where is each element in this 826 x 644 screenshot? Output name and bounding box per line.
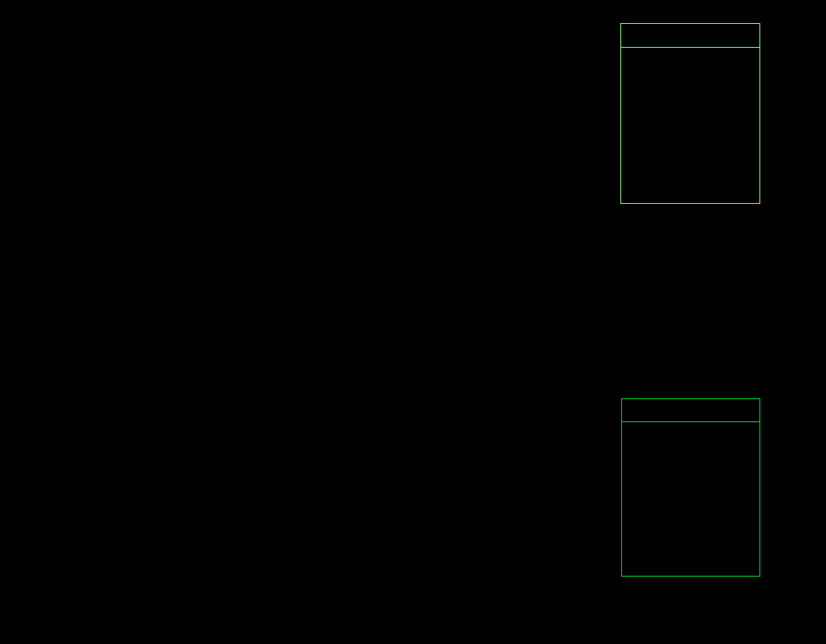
aip-table-title xyxy=(622,399,759,422)
autoscala-table-title xyxy=(621,24,759,48)
autoscala-screen xyxy=(0,0,826,644)
aip-output-table xyxy=(621,398,760,577)
autoscala-output-table xyxy=(620,23,760,204)
